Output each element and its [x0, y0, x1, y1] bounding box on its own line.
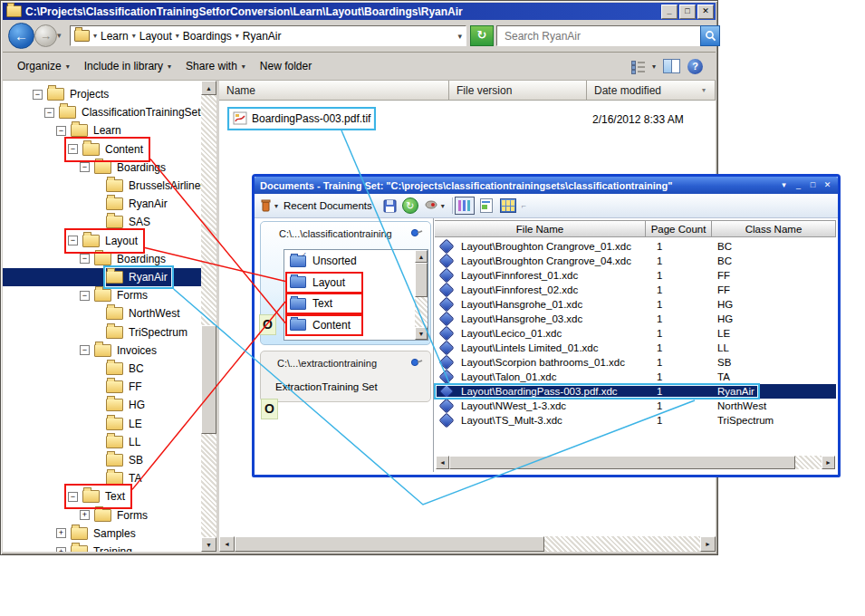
stamp-dropdown-icon[interactable]: ▾ — [441, 202, 445, 210]
scroll-right-icon[interactable]: ► — [822, 456, 835, 469]
tree-item-learn[interactable]: −Learn — [3, 121, 216, 140]
class-item-text[interactable]: Text — [286, 294, 413, 313]
breadcrumb-separator-icon[interactable]: ▾ — [132, 32, 136, 40]
class-item-unsorted[interactable]: Unsorted — [286, 251, 413, 271]
expand-icon[interactable]: + — [56, 547, 66, 553]
tree-item-boardings[interactable]: −Boardings — [3, 250, 216, 268]
maximize-button[interactable]: □ — [807, 179, 819, 191]
scrollbar-thumb[interactable] — [201, 325, 216, 434]
collapse-icon[interactable]: − — [56, 126, 66, 136]
minimize-button[interactable]: _ — [793, 179, 804, 191]
close-button[interactable]: ✕ — [822, 179, 833, 191]
collapse-icon[interactable]: − — [68, 236, 78, 245]
tree-item-ll[interactable]: LL — [3, 433, 216, 451]
file-horizontal-scrollbar[interactable]: ◄ ► — [219, 536, 716, 552]
stamp-icon[interactable] — [424, 199, 438, 212]
table-row[interactable]: Layout\Finnforest_01.xdc1FF — [435, 268, 836, 283]
thumbnail-view-button[interactable] — [498, 197, 518, 215]
table-row[interactable]: Layout\Talon_01.xdc1TA — [435, 370, 836, 384]
change-view-icon[interactable] — [631, 61, 645, 72]
table-row[interactable]: Layout\Scorpion bathrooms_01.xdc1SB — [435, 355, 836, 370]
class-item-content[interactable]: Content — [286, 315, 413, 335]
breadcrumb-separator-icon[interactable]: ▾ — [235, 32, 239, 40]
tree-item-classificationtrainingsetforc[interactable]: −ClassificationTrainingSetforC — [3, 103, 216, 121]
table-row[interactable]: Layout\Hansgrohe_01.xdc1HG — [435, 297, 836, 312]
table-row[interactable]: Layout\BoardingPass-003.pdf.xdc1RyanAir — [435, 384, 836, 399]
tree-item-brusselsairlines[interactable]: BrusselsAirlines — [3, 177, 216, 195]
minimize-button[interactable]: _ — [661, 5, 678, 19]
column-header-file-version[interactable]: File version — [449, 81, 587, 101]
breadcrumb-item[interactable]: RyanAir — [243, 30, 282, 43]
table-row[interactable]: Layout\Broughton Crangrove_01.xdc1BC — [435, 239, 836, 254]
preview-pane-icon[interactable] — [663, 59, 680, 73]
breadcrumb-item[interactable]: Layout — [139, 30, 172, 43]
scroll-down-icon[interactable]: ▼ — [415, 327, 428, 340]
breadcrumb-item[interactable]: Learn — [101, 30, 129, 43]
column-header-page-count[interactable]: Page Count — [646, 220, 712, 237]
table-row[interactable]: Layout\Broughton Crangrove_04.xdc1BC — [435, 254, 836, 268]
expand-icon[interactable]: + — [56, 528, 66, 538]
scroll-up-icon[interactable]: ▲ — [415, 250, 428, 263]
tree-item-forms[interactable]: +Forms — [3, 506, 216, 525]
breadcrumb-separator-icon[interactable]: ▾ — [176, 32, 179, 40]
breadcrumb[interactable]: ▾Learn▾Layout▾Boardings▾RyanAir ▾ — [70, 25, 466, 46]
document-view-button[interactable] — [476, 197, 496, 215]
collapse-icon[interactable]: − — [80, 291, 90, 301]
recent-pages-icon[interactable]: ▾ — [57, 31, 62, 40]
pin-icon[interactable] — [410, 227, 423, 240]
class-item-layout[interactable]: Layout — [286, 273, 413, 293]
collapse-icon[interactable]: − — [80, 162, 90, 172]
class-list-scrollbar[interactable]: ▲ ▼ — [415, 250, 428, 340]
file-item[interactable]: BoardingPass-003.pdf.tif — [229, 109, 374, 129]
tree-item-invoices[interactable]: −Invoices — [3, 342, 216, 360]
toolbar-overflow-handle[interactable]: ⌐ — [522, 201, 526, 210]
tree-item-ryanair[interactable]: RyanAir — [3, 268, 216, 286]
expand-icon[interactable]: + — [80, 510, 90, 520]
training-set-titlebar[interactable]: Documents - Training Set: "C:\projects\c… — [255, 177, 838, 194]
tree-item-le[interactable]: LE — [3, 415, 216, 433]
tree-item-training[interactable]: +Training — [3, 543, 216, 552]
collapse-icon[interactable]: − — [33, 90, 43, 100]
tree-item-sas[interactable]: SAS — [3, 213, 216, 231]
toolbar-button-share-with[interactable]: Share with▾ — [186, 60, 245, 72]
scroll-up-icon[interactable]: ▲ — [201, 81, 216, 95]
table-row[interactable]: Layout\Finnforest_02.xdc1FF — [435, 283, 836, 297]
tree-item-trispectrum[interactable]: TriSpectrum — [3, 323, 216, 342]
collapse-icon[interactable]: − — [80, 345, 90, 355]
close-button[interactable]: ✕ — [697, 5, 714, 19]
collapse-icon[interactable]: − — [44, 108, 54, 118]
breadcrumb-item[interactable]: Boardings — [183, 30, 232, 43]
scroll-left-icon[interactable]: ◄ — [219, 536, 235, 552]
tree-item-text[interactable]: −Text — [3, 487, 216, 505]
column-view-button[interactable] — [455, 197, 475, 215]
explorer-titlebar[interactable]: C:\Projects\ClassificationTrainingSetfor… — [3, 3, 716, 20]
maximize-button[interactable]: □ — [679, 5, 696, 19]
menu-dropdown-icon[interactable]: ▾ — [778, 179, 790, 191]
tree-item-ta[interactable]: TA — [3, 469, 216, 487]
tree-item-ff[interactable]: FF — [3, 378, 216, 396]
pin-icon[interactable] — [410, 357, 423, 370]
scrollbar-thumb[interactable] — [235, 536, 544, 552]
scroll-right-icon[interactable]: ► — [700, 536, 716, 552]
tree-item-content[interactable]: −Content — [3, 140, 216, 159]
column-header-date-modified[interactable]: Date modified ▾ — [587, 81, 716, 101]
table-row[interactable]: Layout\Lintels Limited_01.xdc1LL — [435, 341, 836, 355]
collapse-icon[interactable]: − — [68, 144, 78, 154]
table-horizontal-scrollbar[interactable]: ◄ ► — [436, 456, 835, 469]
collapse-icon[interactable]: − — [68, 492, 78, 502]
forward-button[interactable]: → — [34, 24, 57, 47]
tree-item-layout[interactable]: −Layout — [3, 232, 216, 250]
breadcrumb-separator-icon[interactable]: ▾ — [93, 32, 97, 40]
back-button[interactable]: ← — [8, 23, 34, 49]
collapse-icon[interactable]: − — [80, 254, 90, 264]
tree-item-projects[interactable]: −Projects — [3, 85, 216, 103]
tree-item-forms[interactable]: −Forms — [3, 286, 216, 304]
refresh-button[interactable]: ↻ — [470, 25, 494, 46]
tree-item-hg[interactable]: HG — [3, 396, 216, 414]
tree-vertical-scrollbar[interactable]: ▲ ▼ — [201, 81, 216, 552]
tree-item-samples[interactable]: +Samples — [3, 525, 216, 543]
scrollbar-thumb[interactable] — [415, 263, 428, 297]
toolbar-button-include-in-library[interactable]: Include in library▾ — [84, 60, 171, 72]
table-row[interactable]: Layout\Hansgrohe_03.xdc1HG — [435, 312, 836, 326]
help-icon[interactable]: ? — [687, 59, 703, 74]
